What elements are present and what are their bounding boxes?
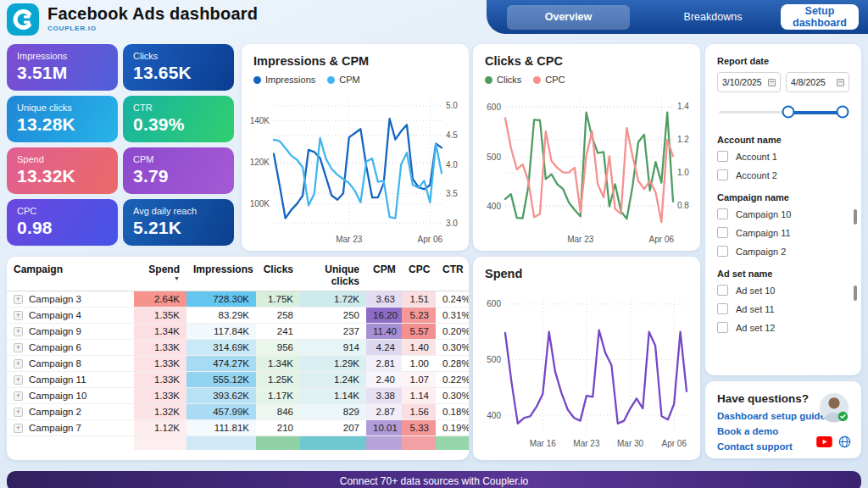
- cell: 1.33K: [134, 340, 186, 356]
- filter-option-ad-set-10[interactable]: Ad set 10: [717, 285, 849, 296]
- calendar-icon[interactable]: [768, 79, 776, 86]
- column-header-unique-clicks[interactable]: Unique clicks: [300, 258, 366, 291]
- cell: 914: [300, 340, 366, 356]
- cell: 237: [300, 324, 366, 340]
- chart-title: Impressions & CPM: [242, 44, 469, 68]
- cell: 1.14K: [300, 388, 366, 404]
- date-range-slider[interactable]: [719, 101, 848, 123]
- axis-tick-label: 0.8: [677, 201, 689, 210]
- checkbox[interactable]: [717, 227, 728, 238]
- expand-icon[interactable]: +: [14, 375, 23, 385]
- chart-title: Clicks & CPC: [473, 44, 700, 68]
- slider-handle-end[interactable]: [836, 106, 849, 119]
- cell: 1.40: [402, 340, 436, 356]
- filter-option-account-2[interactable]: Account 2: [717, 169, 849, 180]
- scrollbar-thumb[interactable]: [854, 286, 857, 301]
- checkbox[interactable]: [717, 246, 728, 257]
- campaign-name: Campaign 8: [29, 358, 81, 369]
- column-header-spend[interactable]: Spend▼: [134, 258, 186, 291]
- slider-active-range[interactable]: [788, 111, 843, 114]
- expand-icon[interactable]: +: [14, 311, 23, 320]
- brand-subtitle: COUPLER.IO: [47, 25, 258, 32]
- expand-icon[interactable]: +: [14, 424, 23, 433]
- series-line-clicks: [505, 113, 673, 219]
- cell: 4.24: [366, 340, 402, 356]
- column-header-campaign[interactable]: Campaign: [7, 258, 134, 291]
- table-row: +Campaign 21.32K457.99K8468292.871.560.1…: [7, 404, 469, 420]
- cell: 1.25K: [256, 372, 300, 388]
- filter-option-campaign-2[interactable]: Campaign 2: [717, 246, 849, 257]
- setup-dashboard-button[interactable]: Setup dashboard: [781, 4, 859, 30]
- filter-option-ad-set-12[interactable]: Ad set 12: [717, 322, 849, 333]
- cell: 0.18%: [436, 404, 469, 420]
- filter-option-campaign-11[interactable]: Campaign 11: [717, 227, 849, 238]
- column-header-impressions[interactable]: Impressions: [186, 258, 256, 291]
- campaign-name: Campaign 4: [29, 310, 81, 320]
- kpi-label: Impressions: [17, 51, 108, 61]
- partial-table-row: [7, 436, 469, 450]
- expand-icon[interactable]: +: [14, 391, 23, 401]
- cell: 1.35K: [134, 308, 186, 324]
- top-tabbar: OverviewBreakdowns Setup dashboard: [487, 0, 868, 34]
- legend-item-cpc: CPC: [533, 75, 565, 85]
- cell: 1.34K: [134, 324, 186, 340]
- table-row: +Campaign 61.33K314.69K9569144.241.400.3…: [7, 340, 469, 356]
- expand-icon[interactable]: +: [14, 343, 23, 352]
- column-header-ctr[interactable]: CTR: [436, 258, 469, 291]
- checkbox[interactable]: [717, 303, 728, 314]
- x-axis-tick-label: Mar 16: [530, 439, 557, 448]
- tab-breakdowns[interactable]: Breakdowns: [645, 5, 781, 30]
- cell: 846: [256, 404, 300, 420]
- kpi-label: Avg daily reach: [133, 206, 224, 216]
- column-header-clicks[interactable]: Clicks: [256, 258, 300, 291]
- cell: 0.19%: [436, 420, 469, 436]
- checkbox[interactable]: [717, 169, 728, 180]
- campaign-table-card: CampaignSpend▼ImpressionsClicksUnique cl…: [7, 257, 469, 460]
- expand-icon[interactable]: +: [14, 327, 23, 336]
- avatar: [818, 391, 850, 424]
- cell: 241: [256, 324, 300, 340]
- filter-option-campaign-10[interactable]: Campaign 10: [717, 208, 849, 219]
- kpi-card-avg-daily-reach: Avg daily reach5.21K: [123, 199, 234, 246]
- axis-tick-label: 1.0: [677, 168, 689, 177]
- checkbox[interactable]: [717, 151, 728, 162]
- filter-section-ad-set-name: Ad set nameAd set 10Ad set 11Ad set 12: [717, 269, 849, 333]
- legend-dot: [253, 76, 261, 84]
- expand-icon[interactable]: +: [14, 295, 23, 304]
- legend-label: Clicks: [497, 75, 521, 85]
- column-header-cpm[interactable]: CPM: [366, 258, 402, 291]
- spend-chart-card: Spend 400500600Mar 16Mar 23Mar 30Apr 06: [473, 257, 700, 460]
- expand-icon[interactable]: +: [14, 408, 23, 417]
- checkbox[interactable]: [717, 322, 728, 333]
- column-header-cpc[interactable]: CPC: [402, 258, 436, 291]
- cell: 5.33: [402, 420, 436, 436]
- checkbox[interactable]: [717, 208, 728, 219]
- youtube-icon[interactable]: [816, 436, 832, 447]
- start-date-input[interactable]: 3/10/2025: [717, 72, 781, 92]
- checkbox[interactable]: [717, 285, 728, 296]
- legend-item-clicks: Clicks: [485, 75, 521, 85]
- cell: 956: [256, 340, 300, 356]
- x-axis-tick-label: Mar 30: [617, 439, 644, 448]
- end-date-input[interactable]: 4/8/2025: [786, 72, 849, 92]
- impressions-cpm-chart: 100K120K140K3.03.54.04.55.0Mar 23Apr 06: [242, 93, 469, 251]
- footer-text: Connect 70+ data sources with Coupler.io: [340, 475, 528, 487]
- cell: 1.34K: [256, 356, 300, 372]
- cell: 1.32K: [134, 404, 186, 420]
- tab-overview[interactable]: Overview: [507, 5, 630, 30]
- option-label: Campaign 10: [736, 209, 791, 219]
- footer-promo-bar[interactable]: Connect 70+ data sources with Coupler.io: [7, 471, 861, 488]
- kpi-value: 3.51M: [17, 63, 108, 83]
- scrollbar-thumb[interactable]: [854, 209, 857, 225]
- globe-icon[interactable]: [838, 435, 851, 448]
- calendar-icon[interactable]: [837, 79, 844, 86]
- slider-handle-start[interactable]: [782, 106, 795, 119]
- cell: 829: [300, 404, 366, 420]
- filter-option-account-1[interactable]: Account 1: [717, 151, 849, 162]
- filter-option-ad-set-11[interactable]: Ad set 11: [717, 303, 849, 314]
- report-date-label: Report date: [717, 56, 849, 66]
- table-row: +Campaign 81.33K474.27K1.34K1.29K2.811.0…: [7, 356, 469, 372]
- expand-icon[interactable]: +: [14, 359, 23, 369]
- cell: 0.20%: [436, 324, 469, 340]
- table-row: +Campaign 41.35K83.29K25825016.205.230.3…: [7, 308, 469, 324]
